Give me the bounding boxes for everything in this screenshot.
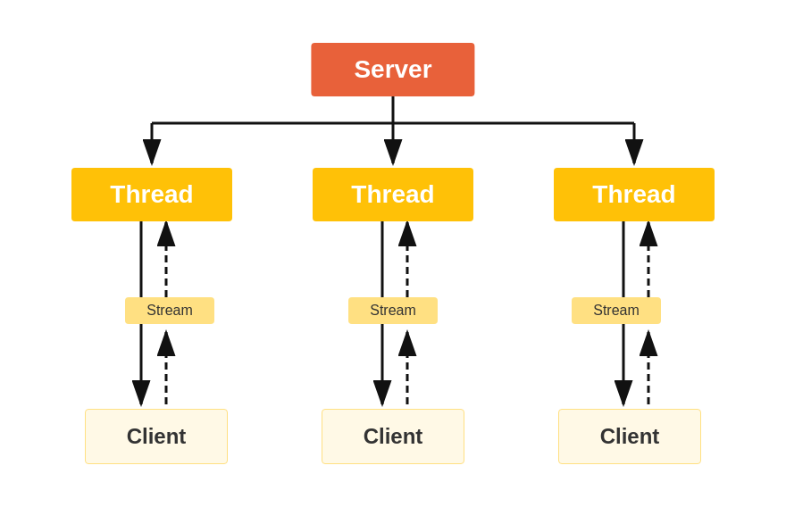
- client-box-right: Client: [558, 409, 701, 464]
- client-box-mid: Client: [322, 409, 464, 464]
- thread-box-left: Thread: [71, 168, 232, 221]
- server-box: Server: [311, 43, 474, 96]
- thread-box-mid: Thread: [313, 168, 473, 221]
- architecture-diagram: Server Thread Thread Thread Stream Strea…: [36, 25, 750, 507]
- stream-box-right: Stream: [572, 297, 661, 324]
- client-box-left: Client: [85, 409, 228, 464]
- stream-box-left: Stream: [125, 297, 214, 324]
- thread-box-right: Thread: [554, 168, 715, 221]
- stream-box-mid: Stream: [348, 297, 438, 324]
